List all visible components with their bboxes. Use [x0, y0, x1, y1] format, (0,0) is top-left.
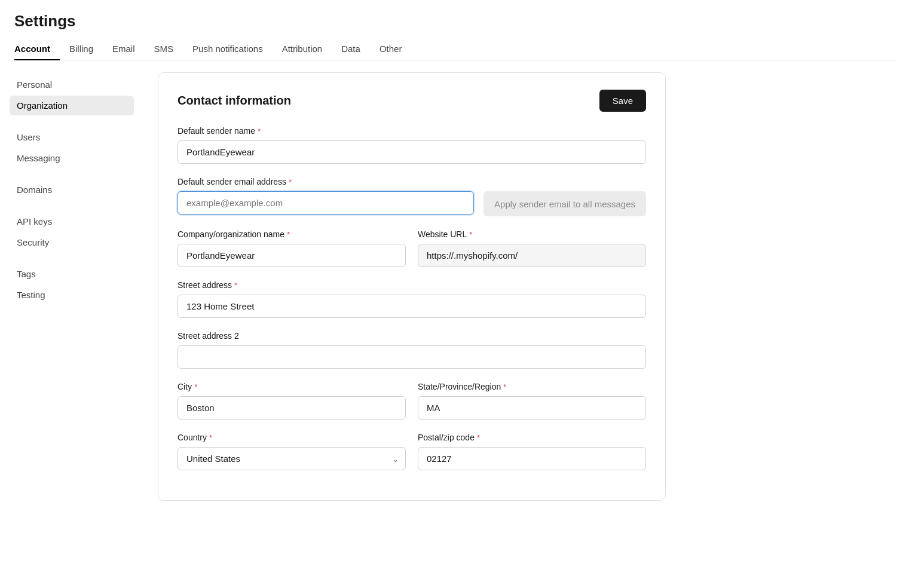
- card-header: Contact information Save: [177, 90, 646, 112]
- sender-name-input[interactable]: [177, 140, 646, 164]
- country-label: Country *: [177, 433, 406, 442]
- sidebar-item-users[interactable]: Users: [10, 127, 134, 147]
- main-content: Contact information Save Default sender …: [143, 60, 912, 513]
- contact-info-card: Contact information Save Default sender …: [158, 72, 666, 501]
- tab-other[interactable]: Other: [370, 38, 412, 60]
- email-input-wrap: [177, 191, 474, 215]
- city-group: City *: [177, 382, 406, 419]
- sidebar-item-testing[interactable]: Testing: [10, 285, 134, 305]
- state-label: State/Province/Region *: [418, 382, 646, 391]
- street-address-2-group: Street address 2: [177, 331, 646, 369]
- tab-push-notifications[interactable]: Push notifications: [183, 38, 273, 60]
- required-star: *: [258, 127, 261, 136]
- sender-name-group: Default sender name *: [177, 126, 646, 164]
- company-name-input[interactable]: [177, 244, 406, 267]
- country-postal-group: Country * United States ⌄ Postal/zip c: [177, 433, 646, 470]
- website-url-label: Website URL *: [418, 229, 646, 239]
- sidebar: Personal Organization Users Messaging Do…: [0, 60, 143, 513]
- street-address-2-label: Street address 2: [177, 331, 646, 341]
- tab-attribution[interactable]: Attribution: [273, 38, 332, 60]
- required-star-postal: *: [477, 433, 480, 442]
- tab-account[interactable]: Account: [14, 38, 60, 60]
- email-row: Apply sender email to all messages: [177, 191, 646, 216]
- sidebar-item-domains[interactable]: Domains: [10, 180, 134, 200]
- required-star-country: *: [209, 433, 212, 442]
- apply-sender-email-button[interactable]: Apply sender email to all messages: [483, 191, 646, 216]
- country-select[interactable]: United States: [177, 447, 406, 470]
- required-star-website: *: [469, 230, 472, 239]
- tab-sms[interactable]: SMS: [145, 38, 183, 60]
- company-website-group: Company/organization name * Website URL …: [177, 229, 646, 267]
- company-name-label: Company/organization name *: [177, 229, 406, 239]
- page-title: Settings: [14, 12, 898, 30]
- required-star-city: *: [194, 382, 197, 391]
- state-group: State/Province/Region *: [418, 382, 646, 419]
- sidebar-item-security[interactable]: Security: [10, 232, 134, 252]
- required-star-email: *: [289, 177, 292, 186]
- card-title: Contact information: [177, 94, 291, 108]
- country-group: Country * United States ⌄: [177, 433, 406, 470]
- city-input[interactable]: [177, 396, 406, 419]
- city-label: City *: [177, 382, 406, 391]
- street-address-2-input[interactable]: [177, 345, 646, 369]
- postal-code-input[interactable]: [418, 447, 646, 470]
- sender-email-label: Default sender email address *: [177, 177, 646, 186]
- website-url-group: Website URL *: [418, 229, 646, 267]
- sender-name-label: Default sender name *: [177, 126, 646, 136]
- street-address-group: Street address *: [177, 280, 646, 318]
- sidebar-item-api-keys[interactable]: API keys: [10, 212, 134, 231]
- state-input[interactable]: [418, 396, 646, 419]
- required-star-state: *: [503, 382, 506, 391]
- street-address-input[interactable]: [177, 295, 646, 318]
- tab-data[interactable]: Data: [332, 38, 370, 60]
- sender-email-group: Default sender email address * Apply sen…: [177, 177, 646, 216]
- city-state-group: City * State/Province/Region *: [177, 382, 646, 419]
- street-address-label: Street address *: [177, 280, 646, 290]
- company-name-group: Company/organization name *: [177, 229, 406, 267]
- tab-billing[interactable]: Billing: [60, 38, 103, 60]
- sidebar-item-tags[interactable]: Tags: [10, 264, 134, 284]
- sidebar-item-organization[interactable]: Organization: [10, 96, 134, 115]
- website-url-input[interactable]: [418, 244, 646, 267]
- required-star-company: *: [287, 230, 290, 239]
- postal-code-label: Postal/zip code *: [418, 433, 646, 442]
- required-star-street: *: [234, 281, 237, 290]
- top-navigation: Account Billing Email SMS Push notificat…: [14, 38, 898, 60]
- sender-email-input[interactable]: [177, 191, 474, 215]
- tab-email[interactable]: Email: [103, 38, 145, 60]
- save-button[interactable]: Save: [599, 90, 646, 112]
- country-select-wrap: United States ⌄: [177, 447, 406, 470]
- sidebar-item-personal[interactable]: Personal: [10, 75, 134, 94]
- sidebar-item-messaging[interactable]: Messaging: [10, 148, 134, 168]
- postal-code-group: Postal/zip code *: [418, 433, 646, 470]
